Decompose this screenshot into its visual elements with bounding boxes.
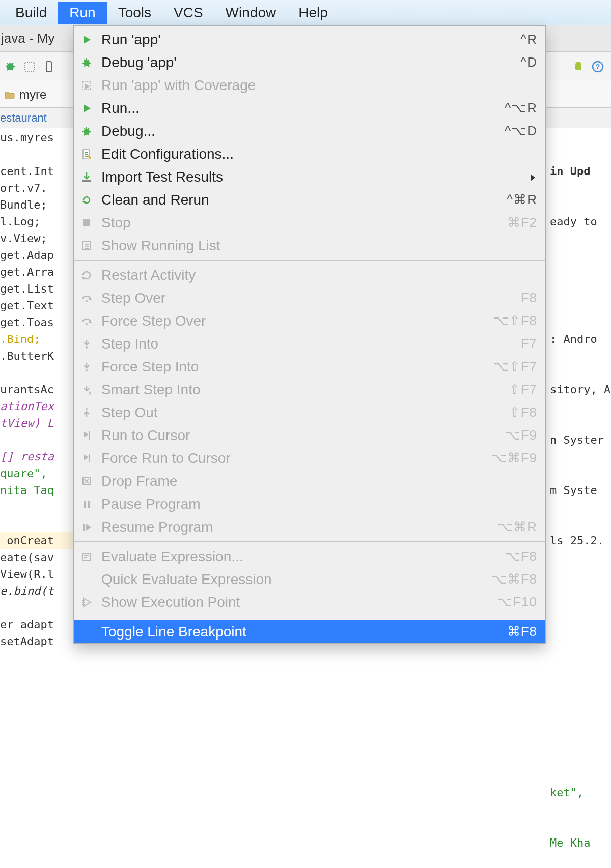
log-line: ls 25.2. (550, 532, 611, 549)
menu-item-label: Evaluate Expression... (101, 548, 505, 565)
menu-shortcut: ⌥F10 (497, 594, 537, 610)
device-icon[interactable] (42, 60, 56, 74)
menu-item-step-over: Step OverF8 (74, 286, 545, 309)
menu-shortcut: ^⌥D (505, 123, 537, 139)
menu-item-label: Stop (101, 215, 507, 231)
code-line (0, 364, 73, 381)
code-line: er adapt (0, 616, 73, 633)
code-line: .ButterK (0, 348, 73, 364)
log-line: m Syste (550, 482, 611, 499)
menu-item-edit-configurations[interactable]: Edit Configurations... (74, 142, 545, 165)
menu-item-debug-app[interactable]: Debug 'app'^D (74, 51, 545, 74)
stepover-icon (79, 291, 94, 306)
svg-point-8 (84, 60, 90, 66)
menu-item-label: Step Out (101, 404, 509, 421)
menu-shortcut: ⇧F7 (509, 382, 537, 397)
menu-item-force-step-into: Force Step Into⌥⇧F7 (74, 355, 545, 378)
menu-item-label: Run 'app' with Coverage (101, 77, 537, 94)
svg-rect-12 (82, 180, 91, 182)
log-line: n Syster (550, 431, 611, 448)
runcursor-icon (79, 428, 94, 443)
coverage-icon[interactable] (22, 60, 37, 74)
run-menu-dropdown: Run 'app'^RDebug 'app'^DRun 'app' with C… (73, 25, 546, 644)
coverage-icon (79, 78, 94, 93)
run-icon (79, 101, 94, 116)
menu-help[interactable]: Help (287, 2, 339, 24)
code-string: Me Kha (550, 834, 611, 851)
menu-item-stop: Stop⌘F2 (74, 211, 545, 234)
menu-item-pause-program: Pause Program (74, 493, 545, 515)
blank-icon (79, 572, 94, 587)
menu-run[interactable]: Run (58, 2, 106, 24)
code-line (0, 146, 73, 163)
menu-item-label: Import Test Results (101, 169, 525, 185)
android-icon[interactable] (571, 60, 586, 74)
menu-item-label: Force Step Into (101, 359, 493, 375)
menu-item-label: Toggle Line Breakpoint (101, 624, 507, 640)
menu-item-debug[interactable]: Debug...^⌥D (74, 120, 545, 142)
menu-item-label: Step Into (101, 336, 521, 352)
menu-item-restart-activity: Restart Activity (74, 264, 545, 286)
code-line (0, 431, 73, 448)
menu-item-drop-frame: Drop Frame (74, 470, 545, 493)
code-line: urantsAc (0, 381, 73, 398)
window-tab-label: java - My (1, 31, 54, 46)
bug-icon (79, 55, 94, 70)
menu-item-label: Show Running List (101, 238, 537, 254)
menu-item-label: Smart Step Into (101, 382, 509, 398)
editor-tab-label: estaurant (0, 111, 47, 125)
menu-item-label: Debug... (101, 123, 505, 139)
code-line: get.Text (0, 297, 73, 314)
bug-icon[interactable] (3, 60, 17, 74)
menu-shortcut: ⌘F8 (507, 624, 537, 640)
code-line: get.Adap (0, 247, 73, 264)
blank-icon (79, 624, 94, 640)
menu-vcs[interactable]: VCS (162, 2, 214, 24)
menu-build[interactable]: Build (4, 2, 58, 24)
menu-item-run-app[interactable]: Run 'app'^R (74, 28, 545, 51)
code-line: quare", (0, 465, 73, 482)
svg-point-18 (86, 369, 88, 371)
menubar: Build Run Tools VCS Window Help (0, 0, 611, 25)
code-line: get.List (0, 280, 73, 297)
eval-icon (79, 549, 94, 564)
menu-item-run-to-cursor: Run to Cursor⌥F9 (74, 424, 545, 447)
fstepinto-icon (79, 359, 94, 374)
code-line: .Bind; (0, 331, 73, 348)
svg-text:?: ? (596, 63, 600, 71)
menu-shortcut: F8 (521, 290, 537, 306)
code-line (0, 599, 73, 616)
rerun-icon (79, 192, 94, 208)
menu-shortcut: ⌥F9 (505, 427, 537, 443)
svg-point-16 (86, 323, 88, 325)
menu-shortcut: ^D (520, 54, 537, 70)
menu-tools[interactable]: Tools (107, 2, 162, 24)
code-line: l.Log; (0, 213, 73, 230)
menu-separator (74, 541, 545, 542)
menu-shortcut: ⌥⌘F9 (491, 450, 537, 466)
menu-item-label: Edit Configurations... (101, 146, 537, 162)
menu-item-toggle-line-breakpoint[interactable]: Toggle Line Breakpoint⌘F8 (74, 620, 545, 643)
menu-item-label: Step Over (101, 290, 521, 306)
help-icon[interactable]: ? (591, 60, 605, 74)
menu-item-run[interactable]: Run...^⌥R (74, 97, 545, 120)
menu-item-label: Restart Activity (101, 267, 537, 283)
menu-item-label: Quick Evaluate Expression (101, 571, 491, 588)
menu-window[interactable]: Window (214, 2, 288, 24)
menu-shortcut: ⌥F8 (505, 548, 537, 564)
log-line: sitory, A (550, 381, 611, 398)
menu-item-import-test-results[interactable]: Import Test Results (74, 165, 545, 188)
code-line: setAdapt (0, 633, 73, 650)
svg-rect-3 (575, 65, 581, 70)
menu-shortcut: ⌥⇧F8 (493, 313, 537, 329)
svg-point-15 (86, 300, 88, 302)
code-line: ationTex (0, 398, 73, 415)
menu-item-resume-program: Resume Program⌥⌘R (74, 515, 545, 538)
menu-item-clean-and-rerun[interactable]: Clean and Rerun^⌘R (74, 188, 545, 211)
menu-item-quick-evaluate-expression: Quick Evaluate Expression⌥⌘F8 (74, 568, 545, 591)
code-line: eate(sav (0, 549, 73, 566)
code-line: get.Toas (0, 314, 73, 331)
svg-rect-22 (88, 501, 90, 508)
menu-item-label: Run to Cursor (101, 427, 505, 444)
code-line: us.myres (0, 129, 73, 146)
